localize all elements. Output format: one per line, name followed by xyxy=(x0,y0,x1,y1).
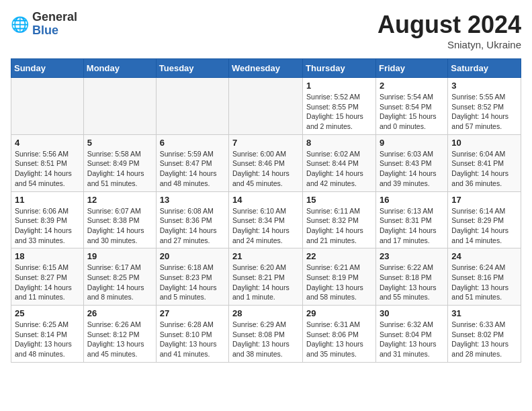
day-number: 28 xyxy=(232,308,299,318)
day-info: Sunrise: 5:54 AM Sunset: 8:54 PM Dayligh… xyxy=(380,92,444,132)
calendar-cell: 9Sunrise: 6:03 AM Sunset: 8:43 PM Daylig… xyxy=(375,134,447,191)
day-info: Sunrise: 6:13 AM Sunset: 8:31 PM Dayligh… xyxy=(380,206,444,246)
calendar-cell: 31Sunrise: 6:33 AM Sunset: 8:02 PM Dayli… xyxy=(448,306,521,363)
day-number: 11 xyxy=(15,195,80,205)
logo-line1: General xyxy=(32,11,77,24)
day-number: 20 xyxy=(160,251,225,261)
logo-text: General Blue xyxy=(32,11,77,38)
calendar-cell: 20Sunrise: 6:18 AM Sunset: 8:23 PM Dayli… xyxy=(156,248,228,306)
day-number: 23 xyxy=(380,251,444,261)
day-info: Sunrise: 6:25 AM Sunset: 8:14 PM Dayligh… xyxy=(15,320,80,359)
calendar-cell: 18Sunrise: 6:15 AM Sunset: 8:27 PM Dayli… xyxy=(11,248,84,306)
day-info: Sunrise: 6:10 AM Sunset: 8:34 PM Dayligh… xyxy=(232,206,299,246)
calendar-cell: 6Sunrise: 5:59 AM Sunset: 8:47 PM Daylig… xyxy=(156,134,228,191)
day-number: 30 xyxy=(380,308,444,318)
calendar-cell: 13Sunrise: 6:08 AM Sunset: 8:36 PM Dayli… xyxy=(156,191,228,248)
week-row-3: 11Sunrise: 6:06 AM Sunset: 8:39 PM Dayli… xyxy=(11,191,521,248)
day-info: Sunrise: 5:58 AM Sunset: 8:49 PM Dayligh… xyxy=(87,149,152,189)
calendar-cell: 12Sunrise: 6:07 AM Sunset: 8:38 PM Dayli… xyxy=(83,191,156,248)
day-info: Sunrise: 6:08 AM Sunset: 8:36 PM Dayligh… xyxy=(160,206,225,246)
day-number: 9 xyxy=(380,138,444,148)
day-info: Sunrise: 6:22 AM Sunset: 8:18 PM Dayligh… xyxy=(380,263,444,302)
day-number: 12 xyxy=(87,195,152,205)
day-info: Sunrise: 6:15 AM Sunset: 8:27 PM Dayligh… xyxy=(15,263,80,302)
calendar-cell: 27Sunrise: 6:28 AM Sunset: 8:10 PM Dayli… xyxy=(156,306,228,363)
day-info: Sunrise: 6:14 AM Sunset: 8:29 PM Dayligh… xyxy=(451,206,517,246)
day-number: 2 xyxy=(380,81,444,91)
day-info: Sunrise: 6:33 AM Sunset: 8:02 PM Dayligh… xyxy=(451,320,517,359)
day-info: Sunrise: 5:59 AM Sunset: 8:47 PM Dayligh… xyxy=(160,149,225,189)
logo-line2: Blue xyxy=(32,24,77,38)
calendar-cell: 15Sunrise: 6:11 AM Sunset: 8:32 PM Dayli… xyxy=(303,191,376,248)
calendar-cell xyxy=(11,78,84,135)
day-number: 19 xyxy=(87,251,152,261)
day-info: Sunrise: 6:21 AM Sunset: 8:19 PM Dayligh… xyxy=(306,263,372,302)
day-number: 3 xyxy=(451,81,517,91)
calendar-cell: 24Sunrise: 6:24 AM Sunset: 8:16 PM Dayli… xyxy=(448,248,521,306)
day-info: Sunrise: 6:26 AM Sunset: 8:12 PM Dayligh… xyxy=(87,320,152,359)
day-number: 8 xyxy=(306,138,372,148)
day-info: Sunrise: 6:32 AM Sunset: 8:04 PM Dayligh… xyxy=(380,320,444,359)
calendar-cell: 19Sunrise: 6:17 AM Sunset: 8:25 PM Dayli… xyxy=(83,248,156,306)
weekday-header-row: SundayMondayTuesdayWednesdayThursdayFrid… xyxy=(11,59,521,78)
day-number: 4 xyxy=(15,138,80,148)
calendar-cell: 11Sunrise: 6:06 AM Sunset: 8:39 PM Dayli… xyxy=(11,191,84,248)
day-number: 17 xyxy=(451,195,517,205)
day-number: 15 xyxy=(306,195,372,205)
weekday-header-monday: Monday xyxy=(83,59,156,78)
calendar-cell: 2Sunrise: 5:54 AM Sunset: 8:54 PM Daylig… xyxy=(375,78,447,135)
day-number: 18 xyxy=(15,251,80,261)
calendar-cell: 30Sunrise: 6:32 AM Sunset: 8:04 PM Dayli… xyxy=(375,306,447,363)
day-info: Sunrise: 6:02 AM Sunset: 8:44 PM Dayligh… xyxy=(306,149,372,189)
day-info: Sunrise: 6:04 AM Sunset: 8:41 PM Dayligh… xyxy=(451,149,517,189)
day-info: Sunrise: 5:52 AM Sunset: 8:55 PM Dayligh… xyxy=(306,92,372,132)
calendar-cell: 22Sunrise: 6:21 AM Sunset: 8:19 PM Dayli… xyxy=(303,248,376,306)
calendar: SundayMondayTuesdayWednesdayThursdayFrid… xyxy=(11,58,521,363)
day-number: 14 xyxy=(232,195,299,205)
calendar-cell: 14Sunrise: 6:10 AM Sunset: 8:34 PM Dayli… xyxy=(229,191,303,248)
calendar-cell: 4Sunrise: 5:56 AM Sunset: 8:51 PM Daylig… xyxy=(11,134,84,191)
calendar-cell: 3Sunrise: 5:55 AM Sunset: 8:52 PM Daylig… xyxy=(448,78,521,135)
calendar-cell: 7Sunrise: 6:00 AM Sunset: 8:46 PM Daylig… xyxy=(229,134,303,191)
day-info: Sunrise: 6:00 AM Sunset: 8:46 PM Dayligh… xyxy=(232,149,299,189)
weekday-header-friday: Friday xyxy=(375,59,447,78)
day-number: 24 xyxy=(451,251,517,261)
month-year: August 2024 xyxy=(378,11,521,39)
calendar-cell: 8Sunrise: 6:02 AM Sunset: 8:44 PM Daylig… xyxy=(303,134,376,191)
calendar-cell: 26Sunrise: 6:26 AM Sunset: 8:12 PM Dayli… xyxy=(83,306,156,363)
calendar-cell: 1Sunrise: 5:52 AM Sunset: 8:55 PM Daylig… xyxy=(303,78,376,135)
day-number: 10 xyxy=(451,138,517,148)
calendar-cell: 29Sunrise: 6:31 AM Sunset: 8:06 PM Dayli… xyxy=(303,306,376,363)
calendar-cell xyxy=(229,78,303,135)
calendar-cell: 5Sunrise: 5:58 AM Sunset: 8:49 PM Daylig… xyxy=(83,134,156,191)
calendar-cell: 16Sunrise: 6:13 AM Sunset: 8:31 PM Dayli… xyxy=(375,191,447,248)
title-block: August 2024 Sniatyn, Ukraine xyxy=(378,11,521,50)
weekday-header-wednesday: Wednesday xyxy=(229,59,303,78)
day-info: Sunrise: 5:56 AM Sunset: 8:51 PM Dayligh… xyxy=(15,149,80,189)
calendar-cell xyxy=(156,78,228,135)
calendar-cell xyxy=(83,78,156,135)
day-info: Sunrise: 6:18 AM Sunset: 8:23 PM Dayligh… xyxy=(160,263,225,302)
day-info: Sunrise: 6:03 AM Sunset: 8:43 PM Dayligh… xyxy=(380,149,444,189)
day-number: 25 xyxy=(15,308,80,318)
day-number: 1 xyxy=(306,81,372,91)
day-number: 6 xyxy=(160,138,225,148)
day-number: 5 xyxy=(87,138,152,148)
weekday-header-thursday: Thursday xyxy=(303,59,376,78)
weekday-header-tuesday: Tuesday xyxy=(156,59,228,78)
day-number: 22 xyxy=(306,251,372,261)
day-info: Sunrise: 6:20 AM Sunset: 8:21 PM Dayligh… xyxy=(232,263,299,302)
week-row-5: 25Sunrise: 6:25 AM Sunset: 8:14 PM Dayli… xyxy=(11,306,521,363)
day-info: Sunrise: 6:28 AM Sunset: 8:10 PM Dayligh… xyxy=(160,320,225,359)
calendar-cell: 17Sunrise: 6:14 AM Sunset: 8:29 PM Dayli… xyxy=(448,191,521,248)
calendar-cell: 10Sunrise: 6:04 AM Sunset: 8:41 PM Dayli… xyxy=(448,134,521,191)
day-info: Sunrise: 6:11 AM Sunset: 8:32 PM Dayligh… xyxy=(306,206,372,246)
day-number: 7 xyxy=(232,138,299,148)
page-header: 🌐 General Blue August 2024 Sniatyn, Ukra… xyxy=(11,11,521,50)
day-number: 26 xyxy=(87,308,152,318)
week-row-4: 18Sunrise: 6:15 AM Sunset: 8:27 PM Dayli… xyxy=(11,248,521,306)
calendar-cell: 28Sunrise: 6:29 AM Sunset: 8:08 PM Dayli… xyxy=(229,306,303,363)
day-number: 16 xyxy=(380,195,444,205)
day-info: Sunrise: 6:29 AM Sunset: 8:08 PM Dayligh… xyxy=(232,320,299,359)
day-info: Sunrise: 6:31 AM Sunset: 8:06 PM Dayligh… xyxy=(306,320,372,359)
